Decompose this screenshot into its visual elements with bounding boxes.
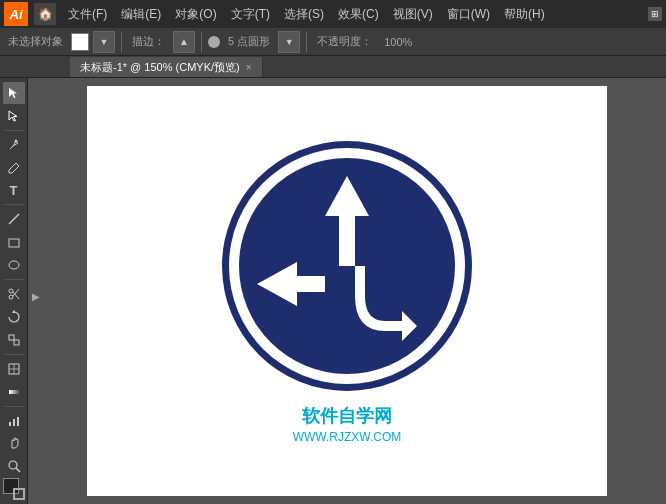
title-bar: Ai 🏠 文件(F) 编辑(E) 对象(O) 文字(T) 选择(S) 效果(C)… <box>0 0 666 28</box>
main-area: T <box>0 78 666 504</box>
ellipse-tool-btn[interactable] <box>3 254 25 276</box>
svg-rect-14 <box>9 390 19 394</box>
pencil-tool-btn[interactable] <box>3 157 25 179</box>
document-tab[interactable]: 未标题-1* @ 150% (CMYK/预览) × <box>70 57 263 77</box>
toolbar-divider-2 <box>201 32 202 52</box>
tab-title: 未标题-1* @ 150% (CMYK/预览) <box>80 60 240 75</box>
menu-object[interactable]: 对象(O) <box>169 4 222 25</box>
menu-bar: 文件(F) 编辑(E) 对象(O) 文字(T) 选择(S) 效果(C) 视图(V… <box>62 4 642 25</box>
canvas-area: ▶ <box>28 78 666 504</box>
fill-swatch[interactable] <box>71 33 89 51</box>
svg-point-18 <box>9 461 17 469</box>
object-type-label: 未选择对象 <box>4 34 67 49</box>
toolbar: 未选择对象 ▼ 描边： ▲ 5 点圆形 ▼ 不透明度： 100% <box>0 28 666 56</box>
svg-rect-10 <box>14 340 19 345</box>
left-toolbar: T <box>0 78 28 504</box>
opacity-value: 100% <box>380 36 416 48</box>
toolbar-divider-1 <box>121 32 122 52</box>
fill-options-btn[interactable]: ▼ <box>93 31 115 53</box>
graph-tool-btn[interactable] <box>3 410 25 432</box>
menu-file[interactable]: 文件(F) <box>62 4 113 25</box>
ai-logo-icon: Ai <box>4 2 28 26</box>
pen-tool-btn[interactable] <box>3 134 25 156</box>
selection-tool-btn[interactable] <box>3 82 25 104</box>
stroke-up-btn[interactable]: ▲ <box>173 31 195 53</box>
svg-rect-2 <box>9 239 19 247</box>
svg-point-3 <box>9 261 19 269</box>
rect-tool-btn[interactable] <box>3 231 25 253</box>
watermark-main-text: 软件自学网 <box>293 404 402 429</box>
svg-line-19 <box>16 468 20 472</box>
menu-effect[interactable]: 效果(C) <box>332 4 385 25</box>
tab-close-btn[interactable]: × <box>246 62 252 73</box>
svg-marker-8 <box>12 310 16 313</box>
menu-type[interactable]: 文字(T) <box>225 4 276 25</box>
opacity-label: 不透明度： <box>313 34 376 49</box>
scissors-tool-btn[interactable] <box>3 283 25 305</box>
traffic-sign-svg <box>217 136 477 396</box>
tool-separator-2 <box>4 204 24 205</box>
brush-size-label: 5 点圆形 <box>224 34 274 49</box>
menu-edit[interactable]: 编辑(E) <box>115 4 167 25</box>
type-tool-btn[interactable]: T <box>3 180 25 202</box>
svg-point-4 <box>9 289 13 293</box>
mesh-tool-btn[interactable] <box>3 358 25 380</box>
tool-separator-5 <box>4 406 24 407</box>
tool-separator-4 <box>4 354 24 355</box>
title-controls: ⊞ <box>648 7 662 21</box>
canvas-left-indicator: ▶ <box>32 291 40 302</box>
stroke-label: 描边： <box>128 34 169 49</box>
svg-rect-16 <box>13 419 15 426</box>
menu-help[interactable]: 帮助(H) <box>498 4 551 25</box>
tab-row: 未标题-1* @ 150% (CMYK/预览) × <box>0 56 666 78</box>
toolbar-divider-3 <box>306 32 307 52</box>
watermark-sub-text: WWW.RJZXW.COM <box>293 429 402 446</box>
color-fill-box[interactable] <box>3 478 25 500</box>
brush-icon <box>208 36 220 48</box>
stroke-box <box>13 488 25 500</box>
home-icon[interactable]: 🏠 <box>34 3 56 25</box>
scale-tool-btn[interactable] <box>3 329 25 351</box>
svg-rect-17 <box>17 417 19 426</box>
tool-separator-3 <box>4 279 24 280</box>
brush-options-btn[interactable]: ▼ <box>278 31 300 53</box>
zoom-tool-btn[interactable] <box>3 455 25 477</box>
gradient-tool-btn[interactable] <box>3 381 25 403</box>
svg-point-5 <box>9 295 13 299</box>
menu-select[interactable]: 选择(S) <box>278 4 330 25</box>
tool-separator-1 <box>4 130 24 131</box>
svg-line-1 <box>9 214 19 224</box>
menu-view[interactable]: 视图(V) <box>387 4 439 25</box>
svg-rect-9 <box>9 335 14 340</box>
direct-select-tool-btn[interactable] <box>3 105 25 127</box>
hand-tool-btn[interactable] <box>3 432 25 454</box>
sign-container: 软件自学网 WWW.RJZXW.COM <box>217 136 477 446</box>
canvas: 软件自学网 WWW.RJZXW.COM <box>87 86 607 496</box>
menu-window[interactable]: 窗口(W) <box>441 4 496 25</box>
rotate-tool-btn[interactable] <box>3 306 25 328</box>
line-tool-btn[interactable] <box>3 208 25 230</box>
grid-view-icon[interactable]: ⊞ <box>648 7 662 21</box>
svg-point-0 <box>14 139 17 142</box>
watermark: 软件自学网 WWW.RJZXW.COM <box>293 404 402 446</box>
svg-rect-15 <box>9 422 11 426</box>
